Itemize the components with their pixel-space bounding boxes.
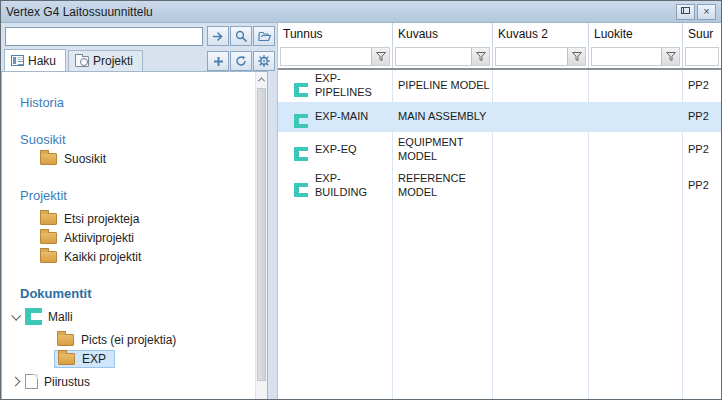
tree-item-exp[interactable]: EXP [2, 349, 255, 368]
search-input[interactable] [5, 27, 203, 46]
tree-item-label: Suosikit [64, 152, 106, 166]
table-row[interactable]: EXP-PIPELINES PIPELINE MODEL PP2 [278, 70, 721, 102]
cell-kuvaus: REFERENCE MODEL [393, 170, 493, 202]
open-folder-icon [258, 31, 271, 42]
cell-tunnus: EXP-MAIN [278, 108, 393, 126]
titlebar[interactable]: Vertex G4 Laitossuunnittelu × [1, 1, 721, 23]
column-header-kuvaus2[interactable]: Kuvaus 2 [493, 23, 589, 68]
pin-icon [680, 6, 691, 17]
chevron-right-icon[interactable] [11, 377, 21, 387]
filter-input-suur[interactable] [685, 47, 719, 66]
close-button[interactable]: × [697, 4, 716, 20]
column-label: Kuvaus [398, 27, 438, 41]
table-row-selected[interactable]: EXP-MAIN MAIN ASSEMBLY PP2 [278, 102, 721, 132]
cell-luokite [589, 184, 683, 188]
folder-icon [40, 213, 57, 225]
tree-item-label: Piirustus [44, 375, 90, 389]
column-label: Tunnus [283, 27, 323, 41]
tree-item-picts[interactable]: Picts (ei projektia) [2, 330, 255, 349]
filter-funnel-icon [376, 52, 386, 61]
filter-input-kuvaus[interactable] [395, 47, 490, 66]
column-label: Suur [688, 27, 713, 41]
tree-item-label: Picts (ei projektia) [81, 333, 176, 347]
tree-section-dokumentit[interactable]: Dokumentit [2, 283, 255, 303]
cell-kuvaus: EQUIPMENT MODEL [393, 134, 493, 166]
drawing-page-icon [25, 374, 38, 389]
column-header-kuvaus[interactable]: Kuvaus [393, 23, 493, 68]
tab-projekti[interactable]: Projekti [68, 50, 143, 71]
scroll-up-icon [258, 77, 265, 84]
tab-projekti-label: Projekti [93, 54, 133, 68]
filter-funnel-icon [476, 52, 486, 61]
table-row[interactable]: EXP-EQ EQUIPMENT MODEL PP2 [278, 132, 721, 168]
tree-item-aktiiviprojekti[interactable]: Aktiiviprojekti [2, 228, 255, 247]
table-row[interactable]: EXP-BUILDING REFERENCE MODEL PP2 [278, 168, 721, 204]
scroll-up-button[interactable] [256, 72, 267, 87]
tree-section-projektit[interactable]: Projektit [2, 185, 255, 205]
column-header-suur[interactable]: Suur [683, 23, 721, 68]
cell-text: EXP-BUILDING [315, 172, 367, 198]
search-row [1, 23, 277, 49]
column-header-tunnus[interactable]: Tunnus [278, 23, 393, 68]
filter-button[interactable] [661, 48, 679, 65]
tree-item-label: Malli [48, 310, 73, 324]
filter-button[interactable] [471, 48, 489, 65]
tree-section-suosikit[interactable]: Suosikit [2, 129, 255, 149]
dokumentit-label: Dokumentit [20, 286, 92, 301]
historia-label: Historia [20, 95, 64, 110]
tree-section-historia[interactable]: Historia [2, 92, 255, 112]
tab-haku[interactable]: Haku [4, 49, 66, 71]
filter-input-luokite[interactable] [591, 47, 680, 66]
cell-suur: PP2 [683, 77, 721, 95]
model-icon [294, 114, 308, 128]
tree-item-malli[interactable]: Malli [2, 307, 255, 326]
cell-suur: PP2 [683, 177, 721, 195]
tree-item-kaikki-projektit[interactable]: Kaikki projektit [2, 247, 255, 266]
chevron-down-icon[interactable] [11, 311, 21, 321]
filter-input-kuvaus2[interactable] [495, 47, 586, 66]
cell-luokite [589, 84, 683, 88]
refresh-icon [235, 55, 247, 67]
go-arrow-icon [212, 31, 225, 42]
tab-haku-label: Haku [28, 54, 56, 68]
scrollbar-thumb[interactable] [257, 88, 266, 381]
projektit-label: Projektit [20, 188, 67, 203]
column-label: Luokite [594, 27, 633, 41]
model-icon [294, 183, 308, 197]
tree-item-etsi-projekteja[interactable]: Etsi projekteja [2, 209, 255, 228]
filter-button[interactable] [567, 48, 585, 65]
pin-button[interactable] [676, 4, 695, 20]
folder-icon [58, 353, 75, 365]
settings-button[interactable] [253, 51, 275, 71]
add-button[interactable] [207, 51, 229, 71]
folder-icon [40, 232, 57, 244]
tree-item-label: Aktiiviprojekti [64, 231, 134, 245]
tree-item-label: Etsi projekteja [64, 212, 139, 226]
search-button[interactable] [230, 26, 252, 46]
tree-item-suosikit[interactable]: Suosikit [2, 149, 255, 168]
column-header-luokite[interactable]: Luokite [589, 23, 683, 68]
go-button[interactable] [207, 26, 229, 46]
tree-item-label: EXP [82, 352, 106, 366]
table-header: Tunnus Kuvaus Kuvaus 2 Luokite [278, 23, 721, 70]
folder-icon [40, 153, 57, 165]
cell-suur: PP2 [683, 108, 721, 126]
open-folder-button[interactable] [253, 26, 275, 46]
settings-gear-icon [258, 55, 270, 67]
model-icon [25, 308, 42, 325]
filter-button[interactable] [371, 48, 389, 65]
close-icon: × [703, 6, 709, 17]
filter-funnel-icon [572, 52, 582, 61]
filter-input-tunnus[interactable] [280, 47, 390, 66]
folder-icon [40, 251, 57, 263]
search-list-icon [11, 55, 24, 66]
refresh-button[interactable] [230, 51, 252, 71]
cell-tunnus: EXP-EQ [278, 141, 393, 159]
add-plus-icon [213, 56, 224, 67]
vertex-g4-window: Vertex G4 Laitossuunnittelu × [0, 0, 722, 400]
suosikit-label: Suosikit [20, 132, 66, 147]
table-body: EXP-PIPELINES PIPELINE MODEL PP2 EXP-MAI… [278, 70, 721, 399]
tree-item-piirustus[interactable]: Piirustus [2, 372, 255, 391]
cell-kuvaus2 [493, 84, 589, 88]
tree-scrollbar[interactable] [255, 72, 267, 399]
